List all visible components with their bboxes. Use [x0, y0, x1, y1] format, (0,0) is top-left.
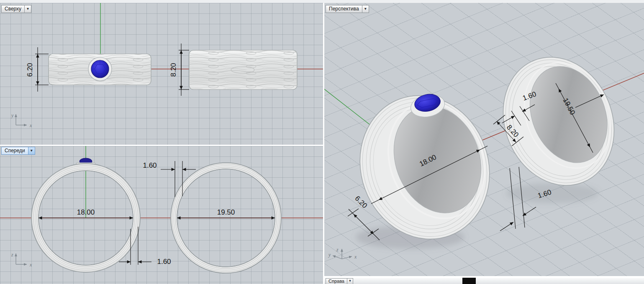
x-axis-label: x: [29, 262, 32, 268]
ring1-band-top[interactable]: [49, 54, 151, 85]
front-view-scene: 18.00 19.50 1.60 1.60: [0, 146, 323, 284]
top-view-scene: 6.20 8.20 y x: [0, 3, 323, 145]
viewport-perspective-title-label[interactable]: Перспектива: [326, 5, 362, 13]
ring2-3d[interactable]: [485, 40, 633, 202]
dim-ring2-band-height[interactable]: 8.20: [169, 43, 189, 96]
viewport-top-dropdown-icon[interactable]: ▾: [25, 5, 31, 13]
dim-text: 6.20: [353, 194, 369, 210]
gem-top[interactable]: [91, 60, 109, 78]
dim-text: 6.20: [26, 63, 34, 77]
viewport-right-title[interactable]: Справа ▾: [326, 278, 353, 284]
dim-text: 18.00: [77, 208, 95, 216]
viewport-right-title-label[interactable]: Справа: [326, 278, 347, 284]
viewport-front[interactable]: 18.00 19.50 1.60 1.60: [0, 146, 323, 284]
dim-text: 19.50: [217, 208, 235, 216]
viewport-top-title-label[interactable]: Сверху: [1, 5, 25, 13]
viewport-front-dropdown-icon[interactable]: ▾: [28, 147, 35, 155]
y-axis-label: y: [11, 113, 14, 118]
z-axis-label: z: [336, 247, 339, 253]
viewport-top[interactable]: 6.20 8.20 y x Сверху ▾: [0, 3, 323, 145]
viewport-right-dropdown-icon[interactable]: ▾: [347, 278, 353, 284]
perspective-scene: 18.00 6.20 1.60: [324, 3, 644, 276]
viewport-front-title[interactable]: Спереди ▾: [1, 147, 35, 155]
y-axis-label: y: [328, 252, 331, 258]
axis-triad-perspective-view: y z x: [328, 247, 357, 260]
dim-ring2-inner-diameter[interactable]: 19.50: [177, 208, 275, 218]
viewport-perspective-dropdown-icon[interactable]: ▾: [362, 5, 369, 13]
axis-triad-front-view: z x: [11, 252, 32, 268]
ring1-3d[interactable]: [340, 77, 510, 258]
x-axis-label: x: [354, 254, 357, 260]
viewport-right-strip[interactable]: Справа ▾: [324, 277, 644, 284]
axis-triad-top-view: y x: [11, 113, 32, 128]
dim-ring1-band-height[interactable]: 6.20: [26, 47, 49, 92]
ring2-band-top[interactable]: [189, 50, 297, 90]
dim-text: 1.60: [143, 161, 157, 169]
cad-window: 6.20 8.20 y x Сверху ▾: [0, 0, 644, 284]
viewport-front-title-label[interactable]: Спереди: [1, 147, 28, 155]
dim-text: 1.60: [157, 258, 171, 266]
viewport-perspective-title[interactable]: Перспектива ▾: [326, 5, 369, 13]
z-axis-label: z: [11, 252, 13, 258]
ring2-shadow: [506, 183, 598, 203]
dim-text: 8.20: [169, 63, 177, 77]
window-top-edge: [0, 0, 644, 3]
right-view-object-sliver: [462, 278, 476, 284]
viewport-top-title[interactable]: Сверху ▾: [1, 5, 31, 13]
viewport-perspective[interactable]: 18.00 6.20 1.60: [324, 3, 644, 276]
x-axis-label: x: [29, 123, 32, 128]
